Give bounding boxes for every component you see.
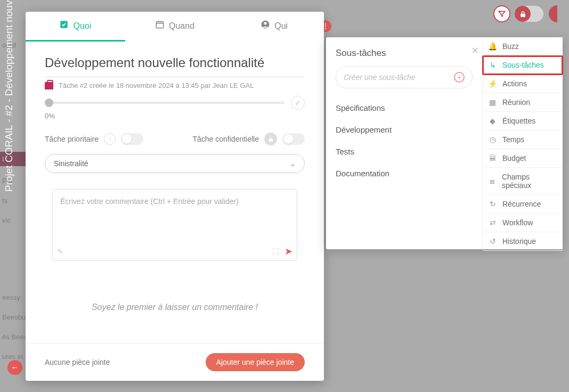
- send-icon[interactable]: ➤: [284, 246, 292, 257]
- comment-input[interactable]: Écrivez votre commentaire (Ctrl + Entrée…: [52, 189, 297, 261]
- subtask-item[interactable]: Documentation: [336, 162, 480, 184]
- tab-label: Quoi: [73, 21, 91, 31]
- header-action-button[interactable]: [549, 5, 566, 22]
- bell-icon: 🔔: [488, 42, 497, 51]
- back-button[interactable]: ←: [7, 360, 22, 375]
- task-title[interactable]: Développement nouvelle fonctionnalité: [45, 55, 264, 70]
- refresh-icon: ↻: [488, 200, 497, 208]
- priority-toggle[interactable]: [121, 133, 143, 145]
- calendar-icon: [155, 20, 165, 32]
- tab-qui[interactable]: Qui: [224, 12, 324, 42]
- person-icon: [261, 20, 270, 32]
- tab-quand[interactable]: Quand: [125, 12, 225, 42]
- add-filter-button[interactable]: [493, 5, 510, 22]
- tab-label: Qui: [274, 21, 288, 31]
- category-select[interactable]: Sinistralité ⌄: [45, 154, 305, 173]
- progress-slider[interactable]: [45, 102, 284, 104]
- panel-menu: 🔔Buzz ↳Sous-tâches ⚡Actions ▦Réunion ◆Ét…: [483, 37, 563, 249]
- svg-rect-1: [156, 22, 164, 28]
- menu-temps[interactable]: ◷Temps: [483, 130, 563, 149]
- confidential-toggle[interactable]: [282, 133, 305, 145]
- lock-icon: [264, 133, 277, 145]
- comment-placeholder: Écrivez votre commentaire (Ctrl + Entrée…: [60, 197, 239, 206]
- modal-tabs: Quoi Quand Qui: [26, 12, 324, 42]
- mark-complete-button[interactable]: ✓: [291, 96, 305, 110]
- close-icon[interactable]: ×: [472, 45, 478, 56]
- menu-soustaches[interactable]: ↳Sous-tâches: [483, 56, 563, 75]
- bank-icon: 🏛: [488, 154, 497, 162]
- check-icon: [59, 20, 69, 32]
- menu-workflow[interactable]: ⇄Workflow: [483, 214, 563, 232]
- task-meta-text: Tâche #2 créée le 18 novembre 2024 à 13:…: [59, 81, 254, 89]
- fields-icon: ≣: [488, 177, 497, 185]
- tab-quoi[interactable]: Quoi: [26, 12, 125, 42]
- workflow-icon: ⇄: [488, 218, 497, 227]
- lock-toggle[interactable]: [515, 6, 543, 22]
- subtask-item[interactable]: Spécifications: [336, 97, 480, 119]
- menu-recurrence[interactable]: ↻Récurrence: [483, 195, 563, 214]
- menu-reunion[interactable]: ▦Réunion: [483, 93, 563, 112]
- empty-comments-message: Soyez le premier à laisser un commentair…: [45, 303, 305, 312]
- menu-buzz[interactable]: 🔔Buzz: [483, 37, 563, 56]
- task-modal: Quoi Quand Qui Développement nouvelle fo…: [26, 12, 324, 381]
- edit-icon[interactable]: ✎: [57, 247, 63, 256]
- menu-etiquettes[interactable]: ◆Étiquettes: [483, 112, 563, 130]
- history-icon: ↺: [488, 237, 497, 246]
- menu-historique[interactable]: ↺Historique: [483, 232, 563, 251]
- tab-label: Quand: [169, 21, 194, 31]
- expand-icon[interactable]: ⛶: [272, 248, 279, 256]
- calendar-icon: ▦: [488, 98, 497, 107]
- clock-icon: ◷: [488, 135, 497, 144]
- create-subtask-input[interactable]: Créer une sous-tâche +: [336, 66, 473, 88]
- no-attachment-label: Aucune pièce jointe: [45, 358, 110, 366]
- progress-percent: 0%: [45, 112, 305, 120]
- menu-actions[interactable]: ⚡Actions: [483, 75, 563, 93]
- subtask-item[interactable]: Tests: [336, 141, 480, 162]
- arrow-up-icon: ↑: [104, 133, 116, 145]
- priority-label: Tâche prioritaire: [45, 135, 99, 143]
- confidential-label: Tâche confidentielle: [192, 135, 259, 143]
- add-attachment-button[interactable]: Ajouter une pièce jointe: [206, 353, 305, 371]
- subtasks-heading: Sous-tâches: [336, 48, 386, 59]
- task-meta: Tâche #2 créée le 18 novembre 2024 à 13:…: [45, 81, 305, 89]
- tag-icon: ◆: [488, 117, 497, 125]
- progress-slider-row: ✓: [45, 96, 305, 110]
- side-panel: × Sous-tâches Créer une sous-tâche + Spé…: [326, 37, 563, 249]
- menu-budget[interactable]: 🏛Budget: [483, 149, 563, 168]
- menu-champs[interactable]: ≣Champs spéciaux: [483, 168, 563, 195]
- category-value: Sinistralité: [54, 159, 88, 168]
- chevron-down-icon: ⌄: [290, 160, 296, 168]
- plus-icon[interactable]: +: [454, 72, 465, 83]
- svg-point-3: [264, 22, 267, 24]
- create-subtask-placeholder: Créer une sous-tâche: [344, 73, 416, 81]
- subtask-item[interactable]: Développement: [336, 119, 480, 141]
- subtask-list: Spécifications Développement Tests Docum…: [336, 97, 480, 184]
- bolt-icon: ⚡: [488, 79, 497, 88]
- vertical-breadcrumb: Projet CORAIL - #2 - Développement nouve…: [3, 0, 15, 192]
- briefcase-icon: [45, 82, 53, 89]
- subtask-icon: ↳: [488, 61, 497, 69]
